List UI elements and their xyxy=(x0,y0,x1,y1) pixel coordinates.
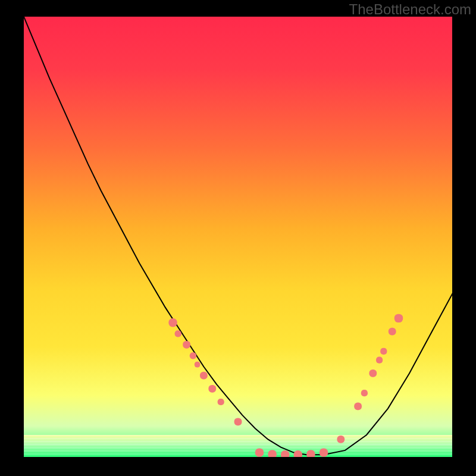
data-point xyxy=(255,448,264,456)
plot-area xyxy=(24,17,452,457)
svg-rect-4 xyxy=(24,444,452,446)
svg-rect-2 xyxy=(24,438,452,439)
data-point xyxy=(168,318,177,327)
data-point xyxy=(376,357,383,364)
data-point xyxy=(337,436,345,443)
svg-rect-5 xyxy=(24,447,452,449)
data-point xyxy=(380,348,387,355)
data-point xyxy=(389,328,396,336)
svg-rect-7 xyxy=(24,453,452,455)
data-point xyxy=(369,369,377,377)
watermark-text: TheBottleneck.com xyxy=(349,1,471,18)
data-point xyxy=(183,341,190,349)
gradient-background xyxy=(24,17,452,457)
data-point xyxy=(208,385,216,393)
data-point xyxy=(354,403,362,411)
data-point xyxy=(218,399,224,405)
plot-svg xyxy=(24,17,452,457)
green-band xyxy=(24,435,452,457)
svg-rect-6 xyxy=(24,450,452,452)
data-point xyxy=(320,448,328,456)
svg-rect-1 xyxy=(24,435,452,436)
chart-frame: TheBottleneck.com xyxy=(0,0,476,476)
data-point xyxy=(361,390,368,396)
data-point xyxy=(195,362,201,368)
data-point xyxy=(306,450,315,457)
svg-rect-3 xyxy=(24,441,452,442)
data-point xyxy=(190,352,196,359)
data-point xyxy=(234,418,242,425)
data-point xyxy=(394,314,403,322)
data-point xyxy=(268,450,276,457)
data-point xyxy=(200,372,208,380)
data-point xyxy=(175,330,181,337)
